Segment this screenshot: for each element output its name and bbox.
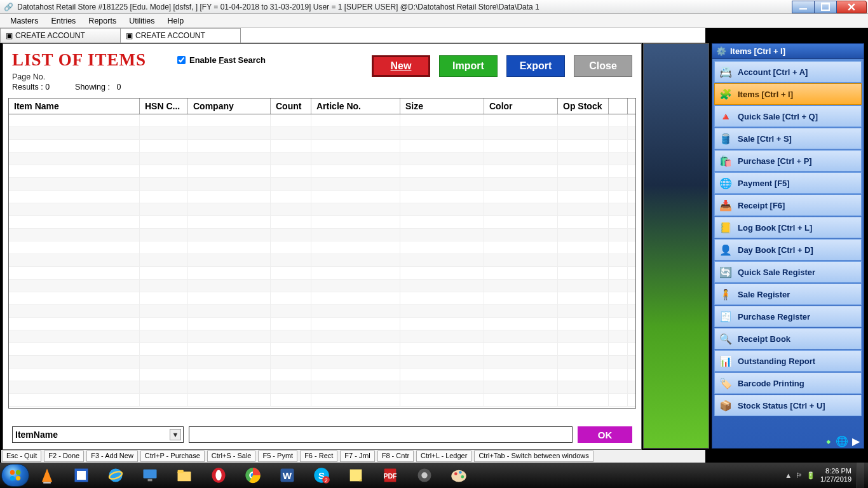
sidebar-item-2[interactable]: 🔺Quick Sale [Ctrl + Q] <box>714 105 862 127</box>
menu-help[interactable]: Help <box>161 15 190 27</box>
table-row[interactable] <box>9 343 635 356</box>
sidebar-item-label: Day Book [Ctrl + D] <box>738 245 813 255</box>
sidebar-item-label: Stock Status [Ctrl + U] <box>738 401 825 410</box>
sidebar-item-12[interactable]: 🔍Receipt Book <box>714 328 862 349</box>
sidebar-item-label: Items [Ctrl + I] <box>738 90 793 99</box>
taskbar-vlc-icon[interactable] <box>31 464 64 487</box>
sidebar-item-5[interactable]: 🌐Payment [F5] <box>714 172 862 194</box>
search-field-select[interactable]: ItemName <box>12 426 184 443</box>
sidebar-item-label: Account [Ctrl + A] <box>738 67 808 77</box>
showing-label: Showing : <box>75 83 110 92</box>
table-row[interactable] <box>9 356 635 369</box>
table-row[interactable] <box>9 369 635 381</box>
action-center-icon[interactable]: 🏳 <box>796 471 803 479</box>
tray-chevron-icon[interactable]: ▲ <box>785 471 792 479</box>
taskbar-skype-icon[interactable]: S2 <box>305 464 338 487</box>
doc-tab-1[interactable]: ▣CREATE ACCOUNT <box>120 28 241 43</box>
sidebar-item-4[interactable]: 🛍️Purchase [Ctrl + P] <box>714 150 862 172</box>
svg-rect-7 <box>77 471 86 480</box>
sidebar-item-0[interactable]: 📇Account [Ctrl + A] <box>714 61 862 83</box>
page-no-label: Page No. <box>12 72 177 81</box>
table-row[interactable] <box>9 254 635 267</box>
sidebar-item-label: Payment [F5] <box>738 179 790 188</box>
table-row[interactable] <box>9 318 635 330</box>
column-header[interactable]: Op Stock <box>558 98 609 114</box>
system-tray[interactable]: ▲ 🏳 🔋 <box>785 471 815 480</box>
sidebar-item-7[interactable]: 📒Log Book [Ctrl + L] <box>714 217 862 238</box>
table-row[interactable] <box>9 241 635 254</box>
globe-icon[interactable]: 🌐 <box>836 435 848 447</box>
home-icon[interactable]: ⬥ <box>825 435 832 447</box>
table-row[interactable] <box>9 114 635 127</box>
taskbar-pdf-icon[interactable]: PDF <box>374 464 407 487</box>
menu-entries[interactable]: Entries <box>44 15 82 27</box>
table-row[interactable] <box>9 140 635 152</box>
column-header[interactable]: HSN C... <box>140 98 188 114</box>
column-header[interactable]: Item Name <box>9 98 140 114</box>
show-desktop-button[interactable] <box>857 463 864 488</box>
menu-masters[interactable]: Masters <box>4 15 44 27</box>
minimize-button[interactable] <box>792 1 815 13</box>
taskbar-explorer-icon[interactable] <box>168 464 201 487</box>
start-button[interactable] <box>1 464 29 487</box>
table-row[interactable] <box>9 216 635 229</box>
table-row[interactable] <box>9 229 635 241</box>
arrow-icon[interactable]: ▶ <box>852 435 860 447</box>
table-row[interactable] <box>9 152 635 165</box>
search-input[interactable] <box>189 426 573 443</box>
battery-icon[interactable]: 🔋 <box>806 471 815 480</box>
table-row[interactable] <box>9 305 635 318</box>
maximize-button[interactable] <box>814 1 837 13</box>
column-header[interactable]: Count <box>271 98 311 114</box>
sidebar-item-14[interactable]: 🏷️Barcode Printing <box>714 372 862 394</box>
sidebar-item-icon: 🧩 <box>719 87 733 101</box>
svg-rect-5 <box>43 482 51 484</box>
import-button[interactable]: Import <box>439 55 498 77</box>
taskbar-paint-icon[interactable] <box>442 464 475 487</box>
table-row[interactable] <box>9 267 635 280</box>
table-row[interactable] <box>9 178 635 191</box>
sidebar-item-9[interactable]: 🔄Quick Sale Register <box>714 261 862 283</box>
sidebar-item-1[interactable]: 🧩Items [Ctrl + I] <box>714 83 862 105</box>
taskbar-tool-icon[interactable] <box>408 464 441 487</box>
taskbar-gimp-icon[interactable] <box>65 464 98 487</box>
taskbar-monitor-icon[interactable] <box>133 464 166 487</box>
taskbar-ie-icon[interactable] <box>99 464 132 487</box>
menu-reports[interactable]: Reports <box>82 15 123 27</box>
sidebar-item-3[interactable]: 🛢️Sale [Ctrl + S] <box>714 128 862 149</box>
table-row[interactable] <box>9 127 635 140</box>
close-window-button[interactable] <box>836 1 867 13</box>
column-header[interactable]: Article No. <box>311 98 400 114</box>
close-button[interactable]: Close <box>574 55 632 77</box>
ok-button[interactable]: OK <box>578 426 632 443</box>
sidebar-item-icon: 🏷️ <box>719 376 733 390</box>
table-row[interactable] <box>9 280 635 292</box>
sidebar-item-11[interactable]: 🧾Purchase Register <box>714 306 862 327</box>
table-row[interactable] <box>9 330 635 343</box>
sidebar-item-13[interactable]: 📊Outstanding Report <box>714 350 862 372</box>
shortcut-sidebar: ⚙️ Items [Ctrl + I] 📇Account [Ctrl + A]🧩… <box>712 43 864 449</box>
table-row[interactable] <box>9 381 635 394</box>
taskbar-opera-icon[interactable] <box>202 464 235 487</box>
table-row[interactable] <box>9 191 635 203</box>
column-header[interactable]: Color <box>484 98 558 114</box>
taskbar-chrome-icon[interactable] <box>236 464 269 487</box>
menu-utilities[interactable]: Utilities <box>123 15 161 27</box>
sidebar-item-10[interactable]: 🧍Sale Register <box>714 283 862 305</box>
column-header[interactable]: Size <box>400 98 484 114</box>
taskbar-clock[interactable]: 8:26 PM 1/27/2019 <box>820 467 851 484</box>
doc-tab-0[interactable]: ▣CREATE ACCOUNT <box>0 28 121 43</box>
table-row[interactable] <box>9 165 635 178</box>
taskbar-word-icon[interactable]: W <box>271 464 304 487</box>
new-button[interactable]: New <box>372 55 430 77</box>
taskbar-stickies-icon[interactable] <box>339 464 372 487</box>
sidebar-item-6[interactable]: 📥Receipt [F6] <box>714 194 862 216</box>
sidebar-item-8[interactable]: 👤Day Book [Ctrl + D] <box>714 239 862 261</box>
table-row[interactable] <box>9 394 635 407</box>
column-header[interactable]: Company <box>188 98 271 114</box>
sidebar-item-15[interactable]: 📦Stock Status [Ctrl + U] <box>714 395 862 416</box>
table-row[interactable] <box>9 203 635 216</box>
export-button[interactable]: Export <box>506 55 565 77</box>
table-row[interactable] <box>9 292 635 305</box>
enable-fast-search-checkbox[interactable] <box>177 56 186 64</box>
